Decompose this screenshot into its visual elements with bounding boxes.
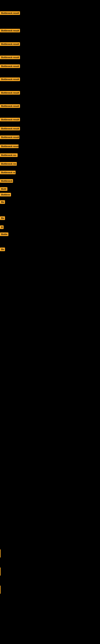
bottleneck-result-row: Bo bbox=[0, 216, 5, 221]
bottleneck-result-row: Bottleneck result bbox=[0, 104, 20, 109]
bottleneck-badge[interactable]: Bo bbox=[0, 216, 5, 220]
bottleneck-badge[interactable]: Bottlene bbox=[0, 193, 11, 196]
bottleneck-result-row: Bottleneck result bbox=[0, 118, 20, 122]
bottleneck-badge[interactable]: Bo bbox=[0, 200, 5, 204]
bottleneck-result-row: Bottleneck result bbox=[0, 144, 19, 149]
bottleneck-result-row: Bottle bbox=[0, 232, 8, 237]
bottleneck-result-row: Bottleneck re bbox=[0, 171, 16, 175]
bottleneck-badge[interactable]: Bottleneck result bbox=[0, 78, 20, 81]
bottleneck-badge[interactable]: Bottl bbox=[0, 187, 7, 191]
bottleneck-result-row: Bottleneck res bbox=[0, 162, 17, 166]
bottleneck-result-row: Bottleneck result bbox=[0, 91, 20, 96]
bottleneck-badge[interactable]: Bottleneck res bbox=[0, 162, 17, 166]
bottleneck-badge[interactable]: Bottleneck result bbox=[0, 118, 20, 121]
bottleneck-badge[interactable]: Bottleneck result bbox=[0, 11, 20, 15]
bottleneck-result-row: B bbox=[0, 226, 3, 230]
bottleneck-badge[interactable]: Bottleneck res bbox=[0, 153, 18, 157]
bottleneck-badge[interactable]: Bottleneck result bbox=[0, 104, 20, 108]
bottleneck-badge[interactable]: Bottleneck re bbox=[0, 171, 16, 174]
bottleneck-result-row: Bottleneck bbox=[0, 179, 13, 184]
bottleneck-badge[interactable]: Bottleneck result bbox=[0, 127, 20, 130]
bottleneck-result-row: Bottl bbox=[0, 187, 7, 192]
bottleneck-badge[interactable]: Bottleneck result bbox=[0, 91, 20, 94]
bottleneck-result-row: Bottleneck result bbox=[0, 127, 20, 131]
bottleneck-badge[interactable]: Bottleneck result bbox=[0, 136, 19, 139]
bottleneck-badge[interactable]: Bottleneck bbox=[0, 179, 13, 183]
bottleneck-badge[interactable]: B bbox=[0, 226, 3, 229]
bottleneck-result-row: Bottleneck result bbox=[0, 136, 19, 140]
bottleneck-result-row: Bottleneck result bbox=[0, 56, 20, 60]
bottleneck-result-row: Bottleneck res bbox=[0, 153, 18, 158]
bottleneck-badge[interactable]: Bottleneck result bbox=[0, 42, 20, 46]
bottleneck-result-row: Bo bbox=[0, 248, 5, 252]
bottleneck-badge[interactable]: Bottleneck result bbox=[0, 56, 20, 59]
bottleneck-badge[interactable]: Bottleneck result bbox=[0, 144, 19, 148]
bottleneck-badge[interactable]: Bottleneck result bbox=[0, 64, 20, 68]
site-title bbox=[0, 0, 100, 2]
bottleneck-result-row: Bottleneck result bbox=[0, 11, 20, 16]
vertical-bar bbox=[0, 550, 0, 558]
vertical-bar bbox=[0, 586, 0, 594]
bottleneck-result-row: Bottleneck result bbox=[0, 64, 20, 69]
bottleneck-result-row: Bottleneck result bbox=[0, 42, 20, 47]
bottleneck-badge[interactable]: Bottle bbox=[0, 232, 8, 236]
bottleneck-result-row: Bo bbox=[0, 200, 5, 205]
bottleneck-result-row: Bottleneck result bbox=[0, 78, 20, 82]
bottleneck-badge[interactable]: Bottleneck result bbox=[0, 29, 20, 32]
vertical-bar bbox=[0, 568, 0, 576]
bottleneck-result-row: Bottleneck result bbox=[0, 29, 20, 33]
bottleneck-result-row: Bottlene bbox=[0, 193, 11, 197]
bottleneck-badge[interactable]: Bo bbox=[0, 248, 5, 251]
